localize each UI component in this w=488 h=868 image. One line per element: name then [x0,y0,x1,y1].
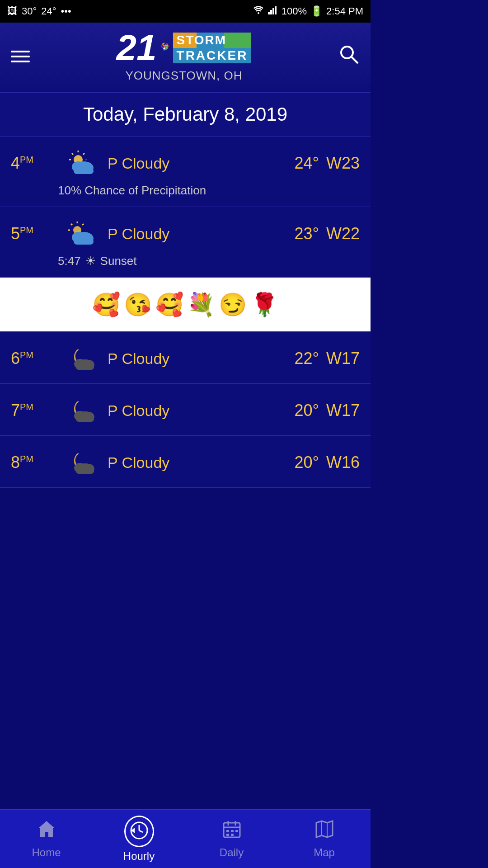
hourly-circle [124,816,154,847]
temp-7pm: 20° [278,401,319,420]
svg-rect-1 [268,12,270,14]
svg-rect-51 [235,830,238,832]
status-temp: 30° [22,5,37,17]
condition-8pm: P Cloudy [101,454,278,472]
weather-row-8pm: 8PM P Cloudy 20° W16 [0,436,371,488]
condition-6pm: P Cloudy [101,350,278,368]
hamburger-menu[interactable] [11,51,30,62]
status-right: 100% 🔋 2:54 PM [253,5,363,17]
logo-container: 21 STORM [117,30,252,83]
logo-wrapper: 21 STORM [117,30,252,66]
icon-7pm [61,395,101,426]
svg-rect-49 [226,830,229,832]
svg-rect-3 [272,8,274,14]
date-text: Today, February 8, 2019 [83,104,287,125]
svg-rect-50 [231,830,234,832]
battery-text: 100% [282,5,307,17]
date-bar: Today, February 8, 2019 [0,93,371,137]
svg-point-6 [341,47,353,58]
weather-row-4pm: 4PM P Clou [0,137,371,207]
home-icon [37,819,56,844]
icon-8pm [61,447,101,478]
time-6pm: 6PM [11,349,61,368]
status-dots: ••• [61,5,71,17]
time-5pm: 5PM [11,224,61,243]
weather-rows-container: 4PM P Clou [0,137,371,547]
battery-icon: 🔋 [310,5,323,17]
status-left: 🖼 30° 24° ••• [7,5,71,17]
nav-home[interactable]: Home [0,815,93,863]
storm-label: STORM [177,33,227,47]
svg-rect-18 [74,168,94,174]
status-bar: 🖼 30° 24° ••• 100% 🔋 2:54 PM [0,0,371,23]
condition-4pm: P Cloudy [101,155,278,172]
svg-rect-35 [76,416,94,422]
wind-8pm: W16 [319,453,360,472]
svg-line-13 [72,153,73,155]
sun-circle-icon: ☀ [85,254,96,268]
svg-marker-54 [316,821,333,837]
nbc-peacock-icon [159,42,171,54]
nav-map-label: Map [314,846,335,859]
wind-5pm: W22 [319,224,360,243]
time-display: 2:54 PM [326,5,363,17]
svg-point-0 [258,12,259,14]
time-4pm: 4PM [11,154,61,173]
svg-rect-2 [270,10,272,14]
daily-icon [222,819,242,844]
wind-6pm: W17 [319,349,360,368]
map-icon [314,819,334,844]
logo-number: 21 [117,30,157,66]
svg-rect-53 [231,834,234,836]
svg-rect-31 [76,364,94,370]
temp-6pm: 22° [278,349,319,368]
svg-rect-52 [226,834,229,836]
svg-rect-4 [275,6,277,14]
app-header: 21 STORM [0,23,371,93]
tracker-label: TRACKER [177,48,248,62]
wind-7pm: W17 [319,401,360,420]
svg-line-23 [82,224,84,225]
wifi-icon [253,5,264,17]
precip-4pm: 10% Chance of Precipitation [11,184,360,198]
svg-line-22 [71,224,72,225]
time-7pm: 7PM [11,401,61,420]
ad-banner[interactable]: 🥰😘🥰💐😏🌹 [0,278,371,332]
condition-7pm: P Cloudy [101,402,278,420]
status-image-icon: 🖼 [7,5,17,17]
logo-text-block: STORM TRACKER [159,33,252,63]
weather-row-7pm: 7PM P Cloudy 20° W17 [0,384,371,436]
nav-map[interactable]: Map [278,815,371,863]
search-button[interactable] [338,43,360,69]
time-8pm: 8PM [11,453,61,472]
nav-daily-label: Daily [220,846,244,859]
signal-icon [268,5,278,17]
logo-storm-line: STORM TRACKER [159,33,252,63]
sunset-time: 5:47 [58,254,81,268]
weather-row-5pm: 5PM P Cloudy 23° W22 5:47 ☀ [0,207,371,278]
svg-rect-27 [74,238,94,245]
temp-4pm: 24° [278,154,319,173]
svg-marker-40 [38,821,55,837]
icon-4pm [61,147,101,179]
nav-daily[interactable]: Daily [185,815,278,863]
status-temp2: 24° [41,5,56,17]
svg-line-43 [139,830,143,832]
wind-4pm: W23 [319,154,360,173]
svg-rect-39 [76,468,94,474]
svg-line-14 [83,153,84,155]
bottom-nav: Home Hourly [0,809,371,868]
svg-line-7 [352,57,358,63]
sunset-5pm: 5:47 ☀ Sunset [11,254,360,268]
condition-5pm: P Cloudy [101,225,278,243]
sunset-label: Sunset [100,254,137,268]
nav-hourly-label: Hourly [123,850,155,863]
icon-6pm [61,343,101,374]
icon-5pm [61,218,101,250]
temp-5pm: 23° [278,224,319,243]
nav-hourly[interactable]: Hourly [93,811,185,867]
temp-8pm: 20° [278,453,319,472]
location-label: YOUNGSTOWN, OH [125,69,242,83]
nav-home-label: Home [32,846,61,859]
weather-row-6pm: 6PM P Cloudy 22° W17 [0,332,371,384]
